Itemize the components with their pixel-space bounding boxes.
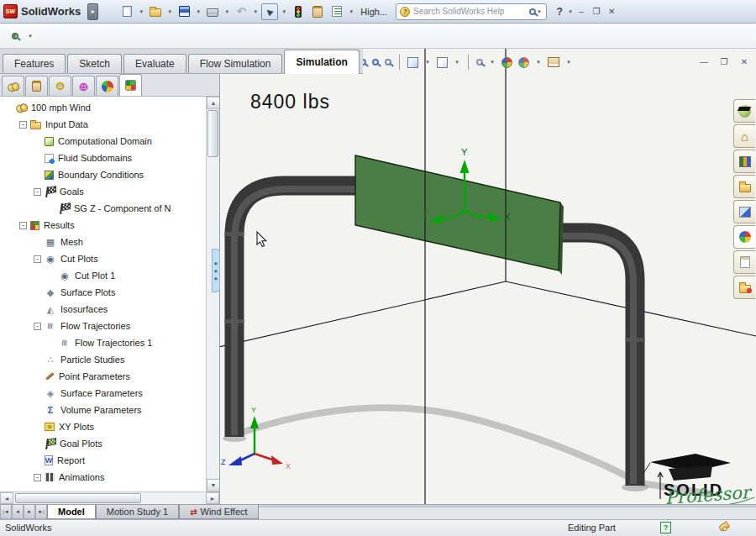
view-settings-icon[interactable] xyxy=(548,57,559,67)
display-style-caret[interactable]: ▾ xyxy=(454,59,460,66)
expander-icon[interactable]: - xyxy=(19,121,27,129)
feature-manager-tab[interactable] xyxy=(2,76,24,96)
tab-evaluate[interactable]: Evaluate xyxy=(123,54,186,73)
dimxpert-manager-tab[interactable]: ⊕ xyxy=(72,76,95,96)
menu-flyout-button[interactable]: ▸ xyxy=(87,3,98,20)
maximize-button[interactable]: ❐ xyxy=(589,5,604,18)
sign-face[interactable] xyxy=(355,155,560,271)
tree-item-input-data[interactable]: -Input Data xyxy=(0,116,206,133)
close-button[interactable]: ✕ xyxy=(604,5,619,18)
edit-appearance-icon[interactable] xyxy=(501,57,512,68)
horizontal-scroll-thumb[interactable] xyxy=(15,493,141,503)
rebuild-button[interactable] xyxy=(290,3,307,20)
tree-item-xy-plots[interactable]: ≈XY Plots xyxy=(0,418,206,435)
scroll-down-button[interactable]: ▼ xyxy=(207,479,219,491)
tree-item-100-mph-wind[interactable]: 100 mph Wind xyxy=(0,99,206,116)
minimize-button[interactable]: – xyxy=(574,5,589,18)
tab-features[interactable]: Features xyxy=(3,54,66,73)
open-button[interactable] xyxy=(147,3,164,20)
sheet-nav-button-0[interactable]: |◄ xyxy=(0,505,12,519)
tree-item-flow-trajectories-1[interactable]: ≋Flow Trajectories 1 xyxy=(0,334,206,351)
display-style-icon[interactable] xyxy=(437,57,448,68)
sheet-tab-motion-study-1[interactable]: Motion Study 1 xyxy=(96,505,179,519)
sheet-nav-button-2[interactable]: ► xyxy=(24,505,35,519)
view-palette-tab[interactable] xyxy=(733,200,755,223)
hide-show-items-icon[interactable] xyxy=(476,59,483,66)
expander-icon[interactable]: - xyxy=(34,474,41,481)
horizontal-scroll-track[interactable] xyxy=(143,492,206,504)
display-manager-tab[interactable] xyxy=(96,76,118,96)
new-document-button[interactable] xyxy=(118,3,135,20)
undo-dropdown-caret[interactable]: ▾ xyxy=(252,8,259,15)
open-dropdown-caret[interactable]: ▾ xyxy=(166,8,173,15)
options-button[interactable] xyxy=(328,3,345,20)
vertical-scroll-thumb[interactable] xyxy=(207,110,218,157)
document-restore-button[interactable]: ❐ xyxy=(717,55,731,67)
tree-item-fluid-subdomains[interactable]: Fluid Subdomains xyxy=(0,150,206,166)
zoom-to-area-icon[interactable] xyxy=(372,59,379,66)
expander-icon[interactable]: - xyxy=(34,323,41,330)
document-close-button[interactable]: ✕ xyxy=(738,55,751,67)
undo-button[interactable]: ↶ xyxy=(233,3,249,20)
sign-panel[interactable] xyxy=(355,155,564,275)
tree-vertical-scrollbar[interactable]: ▲ ▼ xyxy=(206,97,219,491)
panel-splitter-handle[interactable]: ●●● xyxy=(212,249,220,292)
help-dropdown-caret[interactable]: ▾ xyxy=(567,8,574,15)
tree-item-particle-studies[interactable]: ∴Particle Studies xyxy=(0,351,206,368)
configuration-manager-tab[interactable]: ⚙ xyxy=(49,76,71,96)
select-dropdown-caret[interactable]: ▾ xyxy=(281,8,287,15)
truncated-toolbar-button[interactable]: High... xyxy=(357,7,391,17)
left-pole[interactable] xyxy=(234,186,359,437)
tree-item-report[interactable]: WReport xyxy=(0,452,206,469)
scroll-up-button[interactable]: ▲ xyxy=(207,97,219,109)
sheet-tab-wind-effect[interactable]: ⇄Wind Effect xyxy=(179,505,258,519)
options-dropdown-caret[interactable]: ▾ xyxy=(348,8,354,15)
file-explorer-tab[interactable] xyxy=(733,175,755,198)
tree-item-boundary-conditions[interactable]: Boundary Conditions xyxy=(0,166,206,183)
search-input[interactable]: Search SolidWorks Help xyxy=(410,7,529,16)
view-orientation-caret[interactable]: ▾ xyxy=(424,59,431,66)
file-properties-button[interactable] xyxy=(309,3,326,20)
tree-item-cut-plots[interactable]: -◉Cut Plots xyxy=(0,250,206,267)
print-button[interactable] xyxy=(204,3,221,20)
flow-simulation-tree-tab[interactable] xyxy=(119,74,142,96)
property-manager-tab[interactable] xyxy=(25,76,48,96)
scroll-right-button[interactable]: ► xyxy=(206,492,219,504)
scroll-left-button[interactable]: ◄ xyxy=(0,492,13,504)
tree-item-surface-plots[interactable]: ◆Surface Plots xyxy=(0,284,206,301)
tree-item-cut-plot-1[interactable]: ◉Cut Plot 1 xyxy=(0,267,206,284)
design-library-tab[interactable] xyxy=(733,150,755,173)
tree-item-isosurfaces[interactable]: ◭Isosurfaces xyxy=(0,301,206,318)
view-settings-caret[interactable]: ▾ xyxy=(565,59,572,66)
tree-item-animations[interactable]: -Animations xyxy=(0,469,206,486)
solidworks-resources-tab[interactable] xyxy=(733,99,755,123)
save-button[interactable] xyxy=(176,3,192,20)
sheet-tab-model[interactable]: Model xyxy=(47,505,96,519)
vertical-scroll-track[interactable] xyxy=(207,158,219,479)
tree-item-results[interactable]: -Results xyxy=(0,217,206,234)
select-tool-button[interactable]: ◀ xyxy=(261,3,278,20)
home-tab[interactable]: ⌂ xyxy=(733,124,755,148)
graphics-viewport[interactable]: Y X Z Y Z X xyxy=(220,49,756,504)
zoom-selected-icon[interactable] xyxy=(385,59,391,66)
expander-icon[interactable]: - xyxy=(34,255,41,263)
new-dropdown-caret[interactable]: ▾ xyxy=(138,8,144,15)
search-magnifier-icon[interactable] xyxy=(529,8,536,15)
sheet-nav-button-1[interactable]: ◄ xyxy=(12,505,24,519)
tree-item-sg-z-component-of-n[interactable]: SG Z - Component of N xyxy=(0,200,206,217)
tree-item-surface-parameters[interactable]: ◈Surface Parameters xyxy=(0,385,206,402)
search-commands-caret[interactable]: ▾ xyxy=(27,33,34,39)
help-button[interactable]: ? xyxy=(552,5,567,18)
appearances-scenes-tab[interactable] xyxy=(733,225,755,249)
view-orientation-icon[interactable] xyxy=(407,57,418,68)
apply-scene-icon[interactable] xyxy=(518,57,529,68)
tag-icon[interactable] xyxy=(718,521,730,532)
expander-icon[interactable]: - xyxy=(19,222,27,229)
hide-show-caret[interactable]: ▾ xyxy=(489,59,496,66)
quick-tips-icon[interactable]: ? xyxy=(660,522,671,533)
tab-sketch[interactable]: Sketch xyxy=(67,54,122,73)
document-minimize-button[interactable]: — xyxy=(697,55,711,67)
tree-item-point-parameters[interactable]: Point Parameters xyxy=(0,368,206,385)
sheet-nav-button-3[interactable]: ►| xyxy=(35,505,47,519)
tab-simulation[interactable]: Simulation xyxy=(284,50,359,74)
